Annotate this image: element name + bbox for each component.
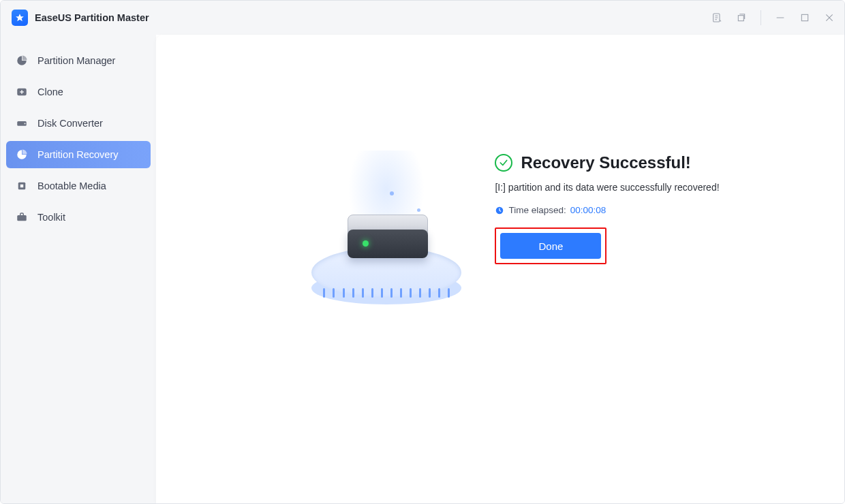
maximize-icon[interactable] [799,12,810,23]
sidebar-item-label: Toolkit [37,212,65,223]
sidebar-item-label: Partition Manager [37,55,115,66]
sidebar-item-partition-manager[interactable]: Partition Manager [6,47,151,74]
drive-icon [16,117,28,129]
sidebar-item-toolkit[interactable]: Toolkit [6,204,151,231]
sidebar-item-label: Bootable Media [37,180,106,191]
sidebar-item-label: Disk Converter [37,118,103,129]
svg-rect-4 [801,14,808,20]
title-bar: EaseUS Partition Master [1,1,844,35]
recovery-result: Recovery Successful! [I:] partition and … [156,151,844,328]
sidebar-item-bootable-media[interactable]: Bootable Media [6,172,151,200]
chip-icon [16,180,28,192]
close-icon[interactable] [824,12,835,23]
app-logo-icon [12,10,28,26]
pie-icon [16,54,28,67]
content: Partition Manager Clone Disk Converter P… [1,35,844,503]
svg-marker-0 [16,14,24,21]
briefcase-icon [16,211,28,223]
divider [760,10,761,25]
window-controls [711,10,835,25]
success-check-icon [495,154,512,172]
time-label: Time elapsed: [508,205,566,215]
svg-rect-2 [738,16,743,21]
sidebar-item-clone[interactable]: Clone [6,78,151,106]
minimize-icon[interactable] [775,12,786,23]
disk-illustration [308,151,465,328]
note-icon[interactable] [711,12,722,23]
window-restore-icon[interactable] [736,12,747,23]
app-title: EaseUS Partition Master [35,12,149,23]
sidebar-item-disk-converter[interactable]: Disk Converter [6,110,151,137]
pie-search-icon [16,148,28,161]
sidebar: Partition Manager Clone Disk Converter P… [1,35,156,503]
sidebar-item-partition-recovery[interactable]: Partition Recovery [6,141,151,168]
svg-rect-11 [20,185,24,188]
result-message: [I:] partition and its data were success… [495,182,719,193]
result-info: Recovery Successful! [I:] partition and … [495,151,719,328]
time-elapsed: Time elapsed: 00:00:08 [495,205,719,215]
result-title: Recovery Successful! [521,153,690,172]
svg-point-9 [25,123,26,124]
sidebar-item-label: Partition Recovery [37,149,118,160]
done-button[interactable]: Done [500,233,601,259]
highlight-box: Done [495,227,606,264]
svg-rect-12 [17,215,27,221]
sidebar-item-label: Clone [37,86,63,97]
time-value: 00:00:08 [570,205,606,215]
plus-box-icon [16,86,28,98]
main-panel: Recovery Successful! [I:] partition and … [156,35,844,503]
clock-icon [495,206,504,215]
